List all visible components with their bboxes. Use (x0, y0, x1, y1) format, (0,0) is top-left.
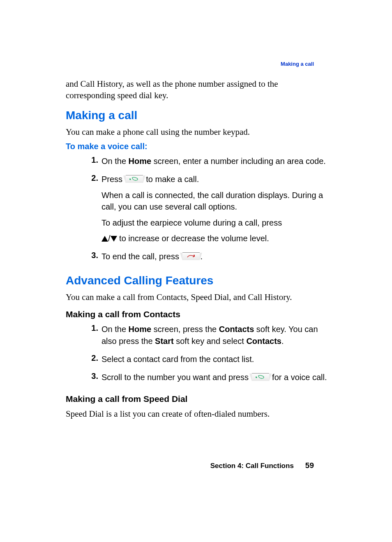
home-label: Home (129, 157, 152, 166)
step-number: 2. (84, 173, 101, 183)
text: Press (101, 175, 125, 184)
step-2-p3: To adjust the earpiece volume during a c… (101, 217, 328, 228)
step-body: Scroll to the number you want and press … (101, 371, 328, 387)
home-label: Home (129, 325, 152, 334)
step-body: To end the call, press . (101, 251, 328, 266)
text: for a voice call. (270, 373, 327, 382)
call-key-icon (252, 373, 269, 381)
step-3: 3. Scroll to the number you want and pre… (84, 371, 328, 387)
step-1: 1. On the Home screen, press the Contact… (84, 323, 328, 351)
down-arrow-icon (111, 236, 117, 242)
step-2: 2. Select a contact card from the contac… (84, 353, 328, 369)
text: to make a call. (144, 175, 199, 184)
subheading-to-make-voice-call: To make a voice call: (66, 142, 328, 151)
step-number: 1. (84, 323, 101, 333)
voice-call-steps: 1. On the Home screen, enter a number in… (66, 155, 328, 267)
page: Making a call and Call History, as well … (0, 0, 392, 542)
running-head: Making a call (281, 61, 314, 67)
page-number: 59 (305, 461, 314, 470)
contacts-label: Contacts (246, 337, 281, 346)
step-number: 3. (84, 251, 101, 260)
step-2-p2: When a call is connected, the call durat… (101, 189, 328, 213)
speed-dial-intro: Speed Dial is a list you can create of o… (66, 408, 328, 420)
step-1: 1. On the Home screen, enter a number in… (84, 155, 328, 171)
text: Scroll to the number you want and press (101, 373, 251, 382)
subheading-from-speed-dial: Making a call from Speed Dial (66, 394, 328, 404)
text: to increase or decrease the volume level… (117, 234, 269, 243)
step-2: 2. Press to make a call. When a call is … (84, 173, 328, 248)
contacts-label: Contacts (219, 325, 254, 334)
up-arrow-icon (101, 236, 108, 242)
step-body: On the Home screen, enter a number inclu… (101, 155, 328, 171)
footer-section: Section 4: Call Functions (210, 462, 294, 470)
text: screen, press the (151, 325, 219, 334)
section1-intro: You can make a phone call using the numb… (66, 126, 328, 138)
intro-continuation: and Call History, as well as the phone n… (66, 78, 328, 101)
step-number: 3. (84, 371, 101, 381)
step-number: 1. (84, 155, 101, 165)
step-number: 2. (84, 353, 101, 363)
contacts-steps: 1. On the Home screen, press the Contact… (66, 323, 328, 387)
section2-intro: You can make a call from Contacts, Speed… (66, 291, 328, 303)
svg-rect-0 (194, 255, 195, 257)
text: . (281, 337, 284, 346)
text: On the (101, 157, 129, 166)
heading-making-a-call: Making a call (66, 109, 328, 122)
step-3: 3. To end the call, press . (84, 251, 328, 266)
subheading-from-contacts: Making a call from Contacts (66, 309, 328, 319)
heading-advanced-calling: Advanced Calling Features (66, 274, 328, 287)
text: To end the call, press (101, 252, 182, 261)
start-label: Start (155, 337, 174, 346)
page-footer: Section 4: Call Functions59 (210, 461, 314, 470)
step-body: On the Home screen, press the Contacts s… (101, 323, 328, 351)
text: On the (101, 325, 129, 334)
step-body: Press to make a call. When a call is con… (101, 173, 328, 248)
text: Select a contact card from the contact l… (101, 353, 328, 365)
step-body: Select a contact card from the contact l… (101, 353, 328, 369)
end-key-icon (182, 252, 200, 260)
text: soft key and select (174, 337, 247, 346)
text: screen, enter a number including an area… (151, 157, 326, 166)
call-key-icon (126, 175, 143, 183)
